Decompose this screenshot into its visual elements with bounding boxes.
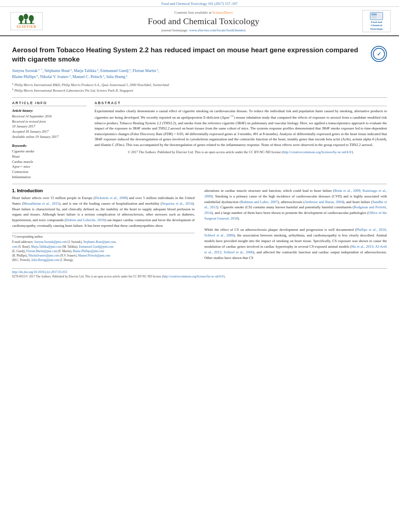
svg-rect-5: [30, 19, 32, 24]
keyword-2: Heart: [12, 154, 86, 159]
svg-point-1: [19, 15, 24, 22]
history-revised-label: Received in revised form: [12, 119, 86, 124]
email-ivanov[interactable]: NikolaiIvanov@pmi.com: [28, 254, 59, 257]
author-peitsch: Manuel C. Peitsch: [72, 75, 102, 79]
abstract-text: Experimental studies clearly demonstrate…: [95, 109, 387, 148]
article-title-section: Aerosol from Tobacco Heating System 2.2 …: [12, 46, 387, 64]
logo-left: ELSEVIER: [6, 12, 47, 30]
top-bar: Food and Chemical Toxicology 101 (2017) …: [0, 0, 399, 7]
email-boue[interactable]: Stephanie.Boue@pmi.com: [83, 240, 116, 244]
history-revised-date: 10 January 2017: [12, 124, 86, 129]
issn-link[interactable]: http://creativecommons.org/licenses/by-n…: [163, 275, 224, 278]
affiliation-a: a Philip Morris International R&D, Phili…: [12, 82, 387, 88]
footnote-area: * Corresponding author. E-mail addresses…: [12, 233, 195, 262]
keyword-1: Cigarette smoke: [12, 149, 86, 154]
issn-line: 0278-6915/© 2017 The Authors. Published …: [12, 275, 387, 278]
header-divider: [12, 97, 387, 98]
logo-right: Food andChemicalToxicology: [360, 10, 393, 32]
author-martin: Florian Martin: [132, 68, 156, 73]
svg-rect-3: [25, 20, 27, 23]
author-ivanov: Nikolai V. Ivanov: [40, 75, 68, 79]
abstract-col: ABSTRACT Experimental studies clearly de…: [95, 101, 387, 180]
intro-col-right: alterations in cardiac muscle structure …: [204, 188, 387, 263]
abstract-header: ABSTRACT: [95, 101, 387, 106]
author-hoeng: Julia Hoeng: [106, 75, 125, 79]
doi-link[interactable]: http://dx.doi.org/10.1016/j.fct.2017.01.…: [12, 270, 67, 274]
history-label: Article history:: [12, 109, 86, 113]
author-szostak: Justyna Szostak: [12, 68, 38, 73]
svg-point-2: [24, 14, 28, 19]
keywords-title: Keywords:: [12, 144, 86, 148]
logo-box-title: Food andChemicalToxicology: [370, 21, 383, 31]
doi-line: http://dx.doi.org/10.1016/j.fct.2017.01.…: [12, 270, 387, 274]
keyword-5: Contraction: [12, 169, 86, 175]
authors-line: Justyna Szostak a, *, Stéphanie Boué a, …: [12, 68, 387, 80]
section-divider: [12, 184, 387, 184]
journal-center: Contents lists available at ScienceDirec…: [51, 10, 356, 32]
article-body: Aerosol from Tobacco Heating System 2.2 …: [0, 36, 399, 282]
homepage-link[interactable]: www.elsevier.com/locate/foodchemtox: [189, 28, 246, 32]
author-boue: Stéphanie Boué: [44, 68, 70, 73]
affiliation-b: b Philip Morris International Research L…: [12, 87, 387, 93]
introduction-section: 1. Introduction Heart failure affects ov…: [12, 188, 387, 263]
ref-rahman[interactable]: Rahman and Laher, 2007: [241, 200, 278, 204]
journal-title: Food and Chemical Toxicology: [51, 16, 356, 27]
keyword-3: Cardiac muscle: [12, 159, 86, 164]
science-direct-link[interactable]: ScienceDirect: [212, 10, 232, 14]
journal-logo-box: Food andChemicalToxicology: [362, 10, 391, 32]
email-talikka[interactable]: Marja.Talikka@pmi.com: [31, 245, 62, 249]
email-hoeng[interactable]: Julia.Hoeng@pmi.com: [31, 258, 59, 262]
email-martin[interactable]: Florian.Martin@pmi.com: [26, 249, 57, 253]
author-phillips: Blaine Phillips: [12, 75, 36, 79]
intro-col-left: 1. Introduction Heart failure affects ov…: [12, 188, 195, 263]
elsevier-brand-text: ELSEVIER: [17, 25, 36, 29]
intro-body-right: alterations in cardiac muscle structure …: [204, 188, 387, 261]
copyright-line: © 2017 The Authors. Published by Elsevie…: [95, 150, 387, 154]
homepage-line: journal homepage: www.elsevier.com/locat…: [51, 28, 356, 32]
email-label: E-mail addresses:: [12, 240, 33, 244]
footnote-star: * Corresponding author.: [12, 235, 195, 238]
history-online: Available online 19 January 2017: [12, 135, 86, 140]
ref-mozaffarian[interactable]: Mozaffarian et al., 2015: [23, 201, 59, 205]
journal-reference: Food and Chemical Toxicology 101 (2017) …: [161, 2, 237, 6]
ref-ambrose[interactable]: Ambrose and Barua, 2004: [304, 200, 343, 204]
ref-rodgman[interactable]: Rodgman and Perfetti, 2014: [204, 205, 387, 215]
email-peitsch[interactable]: Manuel.Peitsch@pmi.com: [78, 254, 110, 257]
ref-sequeira[interactable]: Sequeira et al., 2014: [162, 201, 192, 205]
author-talikka: Marja Talikka: [74, 68, 96, 73]
ref-hu[interactable]: Hu et al., 2013; Al-Arifi et al., 2012; …: [204, 244, 387, 254]
bottom-bar: http://dx.doi.org/10.1016/j.fct.2017.01.…: [12, 268, 387, 278]
keyword-4: Apoe-/- mice: [12, 164, 86, 169]
article-info-col: ARTICLE INFO Article history: Received 1…: [12, 101, 86, 180]
science-direct-line: Contents lists available at ScienceDirec…: [51, 10, 356, 14]
svg-rect-6: [19, 23, 34, 24]
history-accepted: Accepted 18 January 2017: [12, 129, 86, 134]
email-phillips[interactable]: Blaine.Phillips@pmi.com: [73, 249, 104, 253]
email-guedj[interactable]: Emmanuel.Guedj@pmi.com: [79, 245, 113, 249]
ref-surgeon[interactable]: Office of the Surgeon General, 2010: [204, 211, 387, 220]
email-boue2[interactable]: com: [12, 245, 17, 249]
crossmark-badge[interactable]: ✓: [371, 46, 387, 62]
article-info-abstract: ARTICLE INFO Article history: Received 1…: [12, 101, 387, 180]
svg-text:✓: ✓: [377, 51, 381, 57]
article-info-header: ARTICLE INFO: [12, 101, 86, 106]
svg-rect-9: [371, 13, 377, 15]
journal-header: ELSEVIER Contents lists available at Sci…: [0, 7, 399, 36]
ref-dobrin[interactable]: Dobrin and Lebeche, 2010: [66, 218, 105, 222]
keyword-6: Inflammation: [12, 175, 86, 180]
ref-dickstein[interactable]: Dickstein et al., 2008: [95, 196, 127, 200]
footnote-emails: E-mail addresses: Justyna.Szostak@pmi.co…: [12, 240, 195, 262]
intro-body-left: Heart failure affects over 15 million pe…: [12, 195, 195, 229]
intro-title: 1. Introduction: [12, 188, 195, 193]
ref-phillips[interactable]: Phillips et al., 2016; Schleef et al., 2…: [204, 228, 387, 237]
ref-boda[interactable]: Boda et al., 2009; Kamisago et al., 2000: [204, 189, 387, 198]
author-guedj: Emmanuel Guedj: [100, 68, 128, 73]
email-szostak[interactable]: Justyna.Szostak@pmi.com: [34, 240, 67, 244]
article-title: Aerosol from Tobacco Heating System 2.2 …: [12, 46, 367, 64]
keywords-section: Keywords: Cigarette smoke Heart Cardiac …: [12, 144, 86, 180]
elsevier-logo: ELSEVIER: [10, 12, 43, 30]
copyright-link[interactable]: http://creativecommons.org/licenses/by-n…: [283, 150, 352, 154]
history-received: Received 14 September 2016: [12, 114, 86, 119]
svg-rect-10: [378, 13, 382, 18]
affiliations: a Philip Morris International R&D, Phili…: [12, 82, 387, 93]
